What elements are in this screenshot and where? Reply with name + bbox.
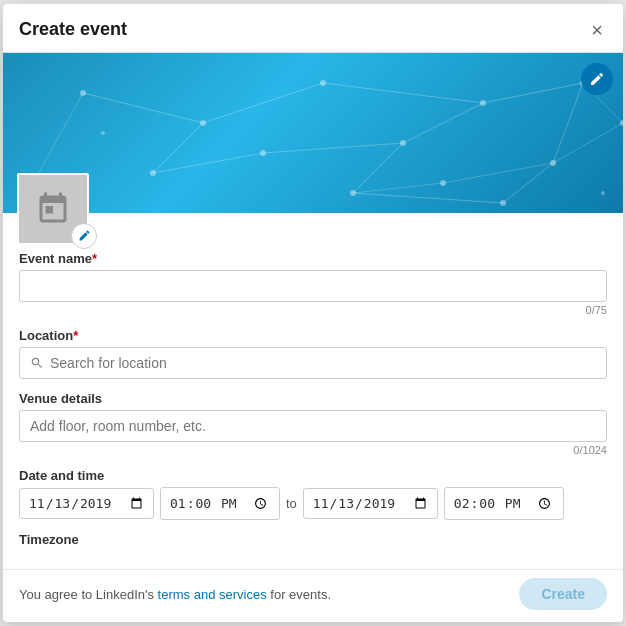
svg-line-28 <box>33 93 83 183</box>
to-label: to <box>286 496 297 511</box>
create-button[interactable]: Create <box>519 578 607 610</box>
svg-line-29 <box>353 183 443 193</box>
event-name-label: Event name* <box>19 251 607 266</box>
footer-text: You agree to LinkedIn's terms and servic… <box>19 587 331 602</box>
create-event-modal: Create event × <box>3 4 623 623</box>
svg-line-21 <box>403 103 483 143</box>
event-form: Event name* 0/75 Location* Venue details… <box>3 251 623 570</box>
timezone-group: Timezone <box>19 532 607 547</box>
calendar-icon <box>35 191 71 227</box>
venue-group: Venue details 0/1024 <box>19 391 607 456</box>
modal-header: Create event × <box>3 4 623 53</box>
svg-point-15 <box>601 191 605 195</box>
svg-line-22 <box>353 143 403 193</box>
timezone-label: Timezone <box>19 532 607 547</box>
svg-point-14 <box>101 131 105 135</box>
venue-label: Venue details <box>19 391 607 406</box>
svg-line-18 <box>203 83 323 123</box>
banner-decoration <box>3 53 623 213</box>
edit-avatar-button[interactable] <box>71 223 97 249</box>
date-time-row: to <box>19 487 607 521</box>
svg-line-19 <box>323 83 483 103</box>
svg-line-32 <box>553 123 623 163</box>
modal-title: Create event <box>19 19 127 40</box>
svg-line-25 <box>553 83 583 163</box>
end-time-input[interactable] <box>444 487 564 521</box>
svg-line-24 <box>503 163 553 203</box>
pencil-small-icon <box>78 229 91 242</box>
svg-line-20 <box>483 83 583 103</box>
venue-char-count: 0/1024 <box>19 444 607 456</box>
location-input[interactable] <box>19 347 607 379</box>
event-name-char-count: 0/75 <box>19 304 607 316</box>
location-group: Location* <box>19 328 607 379</box>
terms-link[interactable]: terms and services <box>158 587 267 602</box>
event-avatar-area <box>17 173 89 245</box>
date-time-label: Date and time <box>19 468 607 483</box>
start-date-input[interactable] <box>19 488 154 519</box>
event-banner <box>3 53 623 213</box>
svg-line-16 <box>83 93 203 123</box>
footer-row: You agree to LinkedIn's terms and servic… <box>19 578 607 610</box>
end-date-input[interactable] <box>303 488 438 519</box>
event-name-input[interactable] <box>19 270 607 302</box>
pencil-icon <box>589 71 605 87</box>
event-name-group: Event name* 0/75 <box>19 251 607 316</box>
start-time-input[interactable] <box>160 487 280 521</box>
close-button[interactable]: × <box>587 18 607 42</box>
svg-line-30 <box>443 163 553 183</box>
location-label: Location* <box>19 328 607 343</box>
svg-line-26 <box>263 143 403 153</box>
date-time-group: Date and time to <box>19 468 607 521</box>
svg-line-23 <box>353 193 503 203</box>
modal-footer: You agree to LinkedIn's terms and servic… <box>3 569 623 622</box>
venue-input[interactable] <box>19 410 607 442</box>
edit-banner-button[interactable] <box>581 63 613 95</box>
